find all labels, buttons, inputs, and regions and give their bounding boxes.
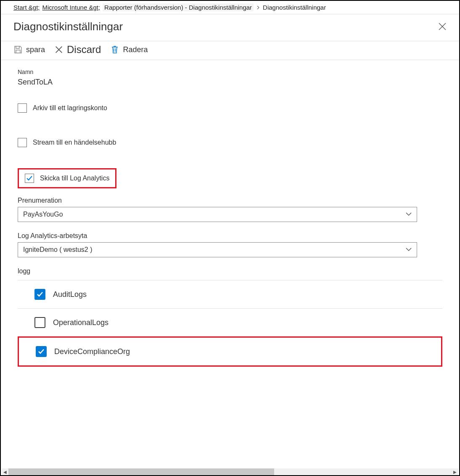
scroll-right-icon[interactable]: ▶	[452, 468, 458, 475]
log-label-devicecompliance: DeviceComplianceOrg	[54, 347, 130, 356]
stream-eventhub-checkbox-row[interactable]: Stream till en händelsehubb	[18, 134, 442, 151]
log-section: logg AuditLogs OperationalLogs Dev	[18, 267, 442, 367]
close-button[interactable]	[438, 21, 447, 32]
workspace-value: IgniteDemo ( westus2 )	[23, 246, 93, 254]
toolbar: spara Discard Radera	[1, 41, 459, 60]
name-label: Namn	[18, 69, 442, 75]
archive-storage-checkbox[interactable]	[18, 103, 27, 113]
chevron-down-icon	[406, 211, 412, 218]
scroll-track[interactable]	[8, 468, 452, 475]
send-log-analytics-highlight: Skicka till Log Analytics	[18, 168, 116, 188]
name-value: SendToLA	[18, 78, 442, 87]
log-row-devicecompliance-highlight: DeviceComplianceOrg	[18, 336, 442, 367]
subscription-label: Prenumeration	[18, 197, 442, 204]
archive-storage-label: Arkiv till ett lagringskonto	[33, 104, 107, 112]
breadcrumb-start[interactable]: Start &gt;	[13, 4, 40, 11]
log-label-operationallogs: OperationalLogs	[53, 318, 108, 327]
breadcrumb-intune[interactable]: Microsoft Intune &gt;	[42, 4, 100, 11]
send-log-analytics-checkbox[interactable]	[25, 174, 34, 183]
save-label: spara	[26, 45, 45, 54]
save-icon	[13, 45, 23, 54]
log-checkbox-devicecompliance[interactable]	[36, 346, 47, 357]
chevron-down-icon	[406, 246, 412, 253]
breadcrumb: Start &gt; Microsoft Intune &gt; Rapport…	[1, 1, 459, 14]
close-icon	[438, 21, 447, 33]
discard-button[interactable]: Discard	[54, 44, 101, 56]
stream-eventhub-checkbox[interactable]	[18, 138, 27, 147]
trash-icon	[110, 45, 119, 54]
log-label-auditlogs: AuditLogs	[53, 290, 87, 299]
log-row-devicecompliance[interactable]: DeviceComplianceOrg	[34, 340, 435, 363]
workspace-label: Log Analytics-arbetsyta	[18, 232, 442, 240]
log-row-auditlogs[interactable]: AuditLogs	[18, 280, 442, 309]
breadcrumb-current: Diagnostikinställningar	[263, 4, 326, 11]
log-row-operationallogs[interactable]: OperationalLogs	[18, 309, 442, 337]
log-checkbox-auditlogs[interactable]	[34, 289, 45, 300]
scroll-left-icon[interactable]: ◀	[2, 468, 8, 475]
send-log-analytics-label: Skicka till Log Analytics	[40, 175, 109, 182]
scroll-thumb[interactable]	[8, 468, 274, 475]
save-button[interactable]: spara	[13, 45, 45, 54]
subscription-select[interactable]: PayAsYouGo	[18, 207, 417, 222]
delete-button[interactable]: Radera	[110, 45, 148, 54]
stream-eventhub-label: Stream till en händelsehubb	[33, 139, 116, 146]
workspace-group: Log Analytics-arbetsyta IgniteDemo ( wes…	[18, 232, 442, 257]
log-checkbox-operationallogs[interactable]	[34, 317, 45, 328]
archive-storage-checkbox-row[interactable]: Arkiv till ett lagringskonto	[18, 99, 442, 117]
delete-label: Radera	[123, 45, 148, 54]
workspace-select[interactable]: IgniteDemo ( westus2 )	[18, 242, 417, 257]
discard-label: Discard	[67, 44, 101, 56]
subscription-value: PayAsYouGo	[23, 211, 63, 218]
form-body: Namn SendToLA Arkiv till ett lagringskon…	[1, 60, 459, 375]
log-heading: logg	[18, 267, 442, 275]
page-title: Diagnostikinställningar	[13, 20, 123, 33]
breadcrumb-reports[interactable]: Rapporter (förhandsversion) - Diagnostik…	[103, 3, 254, 11]
discard-icon	[54, 45, 63, 54]
subscription-group: Prenumeration PayAsYouGo	[18, 197, 442, 222]
blade-header: Diagnostikinställningar	[1, 14, 459, 41]
horizontal-scrollbar[interactable]: ◀ ▶	[2, 468, 458, 475]
chevron-right-icon	[256, 4, 260, 11]
